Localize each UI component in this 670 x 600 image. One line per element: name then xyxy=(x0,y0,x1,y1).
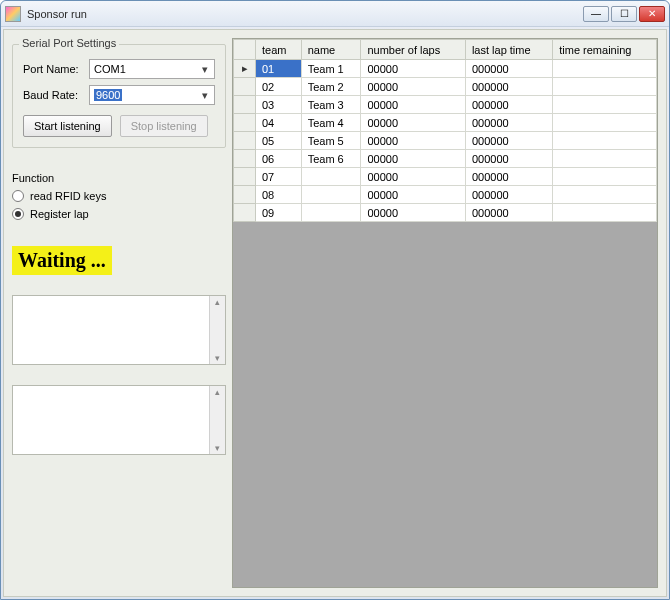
left-panel: Serial Port Settings Port Name: COM1 ▾ B… xyxy=(12,38,226,588)
row-header[interactable] xyxy=(234,168,256,186)
cell-last[interactable]: 000000 xyxy=(465,60,552,78)
maximize-button[interactable]: ☐ xyxy=(611,6,637,22)
serial-group: Serial Port Settings Port Name: COM1 ▾ B… xyxy=(12,44,226,148)
chevron-down-icon: ▾ xyxy=(198,88,212,102)
cell-team[interactable]: 02 xyxy=(256,78,302,96)
table-row[interactable]: 0800000000000 xyxy=(234,186,657,204)
function-legend: Function xyxy=(12,172,226,184)
cell-team[interactable]: 03 xyxy=(256,96,302,114)
cell-laps[interactable]: 00000 xyxy=(361,150,465,168)
col-team[interactable]: team xyxy=(256,40,302,60)
log-textbox-1[interactable]: ▴▾ xyxy=(12,295,226,365)
table-row[interactable]: 03Team 300000000000 xyxy=(234,96,657,114)
chevron-down-icon: ▾ xyxy=(198,62,212,76)
radio-read-rfid[interactable]: read RFID keys xyxy=(12,190,226,202)
cell-remain[interactable] xyxy=(553,96,657,114)
table-row[interactable]: 02Team 200000000000 xyxy=(234,78,657,96)
port-label: Port Name: xyxy=(23,63,83,75)
row-header[interactable] xyxy=(234,78,256,96)
cell-last[interactable]: 000000 xyxy=(465,186,552,204)
cell-last[interactable]: 000000 xyxy=(465,132,552,150)
scrollbar[interactable]: ▴▾ xyxy=(209,296,225,364)
cell-remain[interactable] xyxy=(553,168,657,186)
cell-name[interactable]: Team 5 xyxy=(301,132,361,150)
cell-last[interactable]: 000000 xyxy=(465,168,552,186)
cell-laps[interactable]: 00000 xyxy=(361,186,465,204)
baud-label: Baud Rate: xyxy=(23,89,83,101)
cell-laps[interactable]: 00000 xyxy=(361,60,465,78)
table-row[interactable]: 06Team 600000000000 xyxy=(234,150,657,168)
cell-remain[interactable] xyxy=(553,204,657,222)
port-combo[interactable]: COM1 ▾ xyxy=(89,59,215,79)
titlebar[interactable]: Sponsor run — ☐ ✕ xyxy=(1,1,669,27)
data-grid[interactable]: team name number of laps last lap time t… xyxy=(233,39,657,222)
baud-value: 9600 xyxy=(94,89,122,101)
table-row[interactable]: 0900000000000 xyxy=(234,204,657,222)
cell-last[interactable]: 000000 xyxy=(465,150,552,168)
log-textbox-2[interactable]: ▴▾ xyxy=(12,385,226,455)
cell-laps[interactable]: 00000 xyxy=(361,168,465,186)
cell-team[interactable]: 04 xyxy=(256,114,302,132)
cell-remain[interactable] xyxy=(553,150,657,168)
window-controls: — ☐ ✕ xyxy=(583,6,665,22)
row-header[interactable] xyxy=(234,96,256,114)
table-row[interactable]: 04Team 400000000000 xyxy=(234,114,657,132)
row-header[interactable] xyxy=(234,204,256,222)
col-laps[interactable]: number of laps xyxy=(361,40,465,60)
cell-remain[interactable] xyxy=(553,60,657,78)
row-header[interactable] xyxy=(234,186,256,204)
cell-name[interactable]: Team 1 xyxy=(301,60,361,78)
minimize-button[interactable]: — xyxy=(583,6,609,22)
close-button[interactable]: ✕ xyxy=(639,6,665,22)
cell-name[interactable]: Team 4 xyxy=(301,114,361,132)
cell-laps[interactable]: 00000 xyxy=(361,204,465,222)
col-name[interactable]: name xyxy=(301,40,361,60)
cell-team[interactable]: 08 xyxy=(256,186,302,204)
cell-last[interactable]: 000000 xyxy=(465,78,552,96)
cell-remain[interactable] xyxy=(553,186,657,204)
cell-team[interactable]: 07 xyxy=(256,168,302,186)
row-header[interactable] xyxy=(234,132,256,150)
radio-icon xyxy=(12,208,24,220)
row-header[interactable]: ▸ xyxy=(234,60,256,78)
col-remain[interactable]: time remaining xyxy=(553,40,657,60)
radio-icon xyxy=(12,190,24,202)
cell-name[interactable] xyxy=(301,204,361,222)
row-header[interactable] xyxy=(234,150,256,168)
table-row[interactable]: 05Team 500000000000 xyxy=(234,132,657,150)
baud-combo[interactable]: 9600 ▾ xyxy=(89,85,215,105)
app-icon xyxy=(5,6,21,22)
cell-team[interactable]: 01 xyxy=(256,60,302,78)
cell-laps[interactable]: 00000 xyxy=(361,78,465,96)
cell-name[interactable]: Team 3 xyxy=(301,96,361,114)
cell-last[interactable]: 000000 xyxy=(465,114,552,132)
cell-remain[interactable] xyxy=(553,78,657,96)
col-last[interactable]: last lap time xyxy=(465,40,552,60)
radio-register-lap[interactable]: Register lap xyxy=(12,208,226,220)
cell-name[interactable] xyxy=(301,168,361,186)
data-grid-wrap: team name number of laps last lap time t… xyxy=(232,38,658,588)
cell-team[interactable]: 06 xyxy=(256,150,302,168)
cell-last[interactable]: 000000 xyxy=(465,96,552,114)
status-label: Waiting ... xyxy=(12,246,112,275)
cell-laps[interactable]: 00000 xyxy=(361,96,465,114)
table-row[interactable]: 0700000000000 xyxy=(234,168,657,186)
grid-corner xyxy=(234,40,256,60)
table-row[interactable]: ▸01Team 100000000000 xyxy=(234,60,657,78)
row-header[interactable] xyxy=(234,114,256,132)
scrollbar[interactable]: ▴▾ xyxy=(209,386,225,454)
cell-remain[interactable] xyxy=(553,114,657,132)
cell-remain[interactable] xyxy=(553,132,657,150)
cell-name[interactable]: Team 2 xyxy=(301,78,361,96)
cell-last[interactable]: 000000 xyxy=(465,204,552,222)
cell-laps[interactable]: 00000 xyxy=(361,132,465,150)
function-group: Function read RFID keys Register lap xyxy=(12,172,226,220)
serial-legend: Serial Port Settings xyxy=(19,37,119,49)
cell-team[interactable]: 05 xyxy=(256,132,302,150)
cell-name[interactable]: Team 6 xyxy=(301,150,361,168)
cell-team[interactable]: 09 xyxy=(256,204,302,222)
client-area: Serial Port Settings Port Name: COM1 ▾ B… xyxy=(3,29,667,597)
start-listening-button[interactable]: Start listening xyxy=(23,115,112,137)
cell-laps[interactable]: 00000 xyxy=(361,114,465,132)
cell-name[interactable] xyxy=(301,186,361,204)
